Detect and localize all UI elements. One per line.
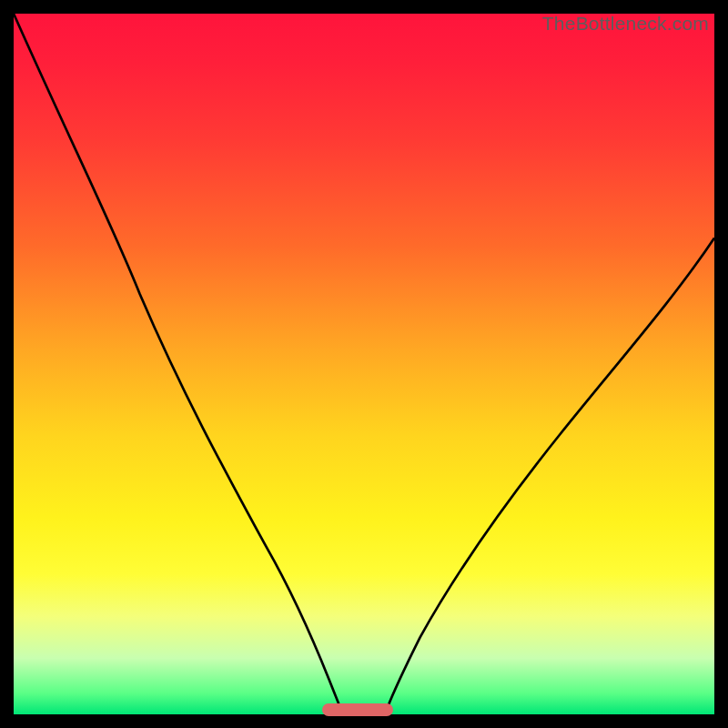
plot-area: TheBottleneck.com	[14, 14, 714, 714]
curve-right-branch	[385, 238, 714, 714]
valley-marker-bar	[322, 703, 393, 716]
chart-frame: TheBottleneck.com	[0, 0, 728, 728]
curve-left-branch	[14, 14, 343, 714]
bottleneck-curve	[14, 14, 714, 714]
